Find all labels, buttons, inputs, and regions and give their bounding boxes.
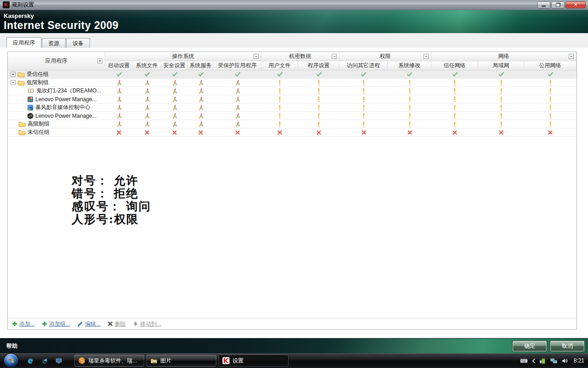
- rule-cell-ask[interactable]: [261, 120, 298, 128]
- collapse-box[interactable]: −: [11, 80, 16, 85]
- rule-cell-person[interactable]: [133, 87, 161, 95]
- rule-cell-ask[interactable]: [298, 95, 339, 103]
- rule-cell-ask[interactable]: [478, 120, 524, 128]
- rule-cell-ask[interactable]: [524, 87, 577, 95]
- rule-cell-ask[interactable]: [298, 87, 339, 95]
- rule-cell-ask[interactable]: [478, 104, 524, 111]
- rule-cell-person[interactable]: [188, 95, 214, 103]
- rule-cell-ask[interactable]: [388, 120, 431, 128]
- rule-cell-ask[interactable]: [339, 104, 388, 111]
- internet-explorer-launcher[interactable]: e: [26, 356, 35, 365]
- rule-cell-ask[interactable]: [478, 95, 524, 103]
- table-row[interactable]: 未信任组: [8, 128, 577, 137]
- rule-cell-ask[interactable]: [524, 95, 577, 103]
- add-group-button[interactable]: 添加组...: [42, 320, 70, 328]
- table-row[interactable]: 鬼吹灯1-234（DREAMO...: [8, 87, 577, 95]
- rule-cell-cross[interactable]: [188, 128, 214, 136]
- rule-cell-ask[interactable]: [478, 79, 524, 86]
- rule-cell-cross[interactable]: [261, 128, 298, 136]
- table-row[interactable]: +受信任组: [8, 70, 577, 79]
- close-button[interactable]: ✕: [565, 1, 586, 8]
- rule-cell-check[interactable]: [478, 70, 524, 78]
- task-settings[interactable]: 设置: [219, 355, 288, 367]
- rule-cell-ask[interactable]: [431, 120, 478, 128]
- rule-cell-cross[interactable]: [161, 128, 188, 136]
- rule-cell-person[interactable]: [133, 112, 161, 120]
- task-rising-antivirus[interactable]: 瑞星杀毒软件、瑞...: [74, 355, 144, 367]
- rule-cell-ask[interactable]: [431, 95, 478, 103]
- rule-cell-person[interactable]: [188, 104, 214, 111]
- expand-box[interactable]: +: [11, 72, 16, 77]
- network-icon[interactable]: [550, 358, 558, 364]
- table-row[interactable]: 暴风影音媒体控制中心: [8, 104, 577, 112]
- rule-cell-person[interactable]: [161, 120, 188, 128]
- rule-cell-person[interactable]: [133, 79, 161, 86]
- rule-cell-person[interactable]: [133, 104, 161, 111]
- start-button[interactable]: [4, 354, 18, 368]
- rule-cell-ask[interactable]: [339, 120, 388, 128]
- rule-cell-cross[interactable]: [298, 128, 339, 136]
- rule-cell-ask[interactable]: [261, 79, 298, 86]
- rule-cell-person[interactable]: [105, 112, 133, 120]
- table-row[interactable]: −低限制组: [8, 79, 577, 87]
- rule-cell-person[interactable]: [105, 120, 133, 128]
- rule-cell-ask[interactable]: [298, 112, 339, 120]
- rule-cell-person[interactable]: [133, 95, 161, 103]
- tab-devices[interactable]: 设备: [66, 38, 90, 48]
- rule-cell-ask[interactable]: [431, 104, 478, 111]
- rule-cell-person[interactable]: [188, 120, 214, 128]
- restore-button[interactable]: [551, 1, 565, 8]
- rule-cell-check[interactable]: [388, 70, 431, 78]
- rule-cell-person[interactable]: [161, 87, 188, 95]
- edit-button[interactable]: 编辑...: [77, 320, 101, 328]
- rule-cell-ask[interactable]: [388, 104, 431, 111]
- rule-cell-ask[interactable]: [524, 79, 577, 86]
- add-button[interactable]: 添加...: [12, 320, 35, 328]
- rule-cell-person[interactable]: [161, 112, 188, 120]
- table-row[interactable]: Lenovo Power Manage...: [8, 112, 577, 120]
- tab-applications[interactable]: 应用程序: [6, 37, 41, 48]
- rule-cell-ask[interactable]: [478, 112, 524, 120]
- app-column-expand-box[interactable]: +: [97, 58, 102, 63]
- rule-cell-ask[interactable]: [478, 87, 524, 95]
- show-desktop-launcher[interactable]: [54, 356, 63, 365]
- window-switcher-launcher[interactable]: [40, 356, 49, 365]
- rule-cell-cross[interactable]: [388, 128, 431, 136]
- rule-cell-person[interactable]: [133, 120, 161, 128]
- rule-cell-cross[interactable]: [524, 128, 577, 136]
- collapse-chevron-icon[interactable]: [531, 358, 536, 364]
- power-battery-icon[interactable]: [539, 357, 546, 364]
- rule-cell-ask[interactable]: [339, 79, 388, 86]
- rule-cell-person[interactable]: [188, 79, 214, 86]
- rule-cell-cross[interactable]: [133, 128, 161, 136]
- rule-cell-ask[interactable]: [261, 112, 298, 120]
- rule-cell-person[interactable]: [105, 79, 133, 86]
- table-row[interactable]: 高限制组: [8, 120, 577, 128]
- rule-cell-ask[interactable]: [261, 95, 298, 103]
- rule-cell-ask[interactable]: [298, 120, 339, 128]
- rule-cell-ask[interactable]: [339, 95, 388, 103]
- rule-cell-person[interactable]: [214, 87, 261, 95]
- rule-cell-cross[interactable]: [105, 128, 133, 136]
- group-collapse-box[interactable]: −: [254, 54, 259, 59]
- rule-cell-ask[interactable]: [298, 79, 339, 86]
- table-row[interactable]: Lenovo Power Manage...: [8, 95, 577, 104]
- rule-cell-ask[interactable]: [339, 112, 388, 120]
- rule-cell-ask[interactable]: [431, 112, 478, 120]
- volume-icon[interactable]: [561, 358, 568, 364]
- group-collapse-box[interactable]: −: [569, 54, 574, 59]
- group-collapse-box[interactable]: −: [332, 54, 337, 59]
- rule-cell-cross[interactable]: [431, 128, 478, 136]
- rule-cell-person[interactable]: [105, 95, 133, 103]
- minimize-button[interactable]: [537, 1, 550, 8]
- rule-cell-cross[interactable]: [339, 128, 388, 136]
- rule-cell-person[interactable]: [214, 95, 261, 103]
- rule-cell-ask[interactable]: [431, 79, 478, 86]
- rule-cell-check[interactable]: [105, 70, 133, 78]
- rule-cell-check[interactable]: [298, 70, 339, 78]
- rule-cell-ask[interactable]: [524, 104, 577, 111]
- rule-cell-ask[interactable]: [339, 87, 388, 95]
- rule-cell-check[interactable]: [133, 70, 161, 78]
- rule-cell-ask[interactable]: [388, 79, 431, 86]
- rule-cell-cross[interactable]: [478, 128, 524, 136]
